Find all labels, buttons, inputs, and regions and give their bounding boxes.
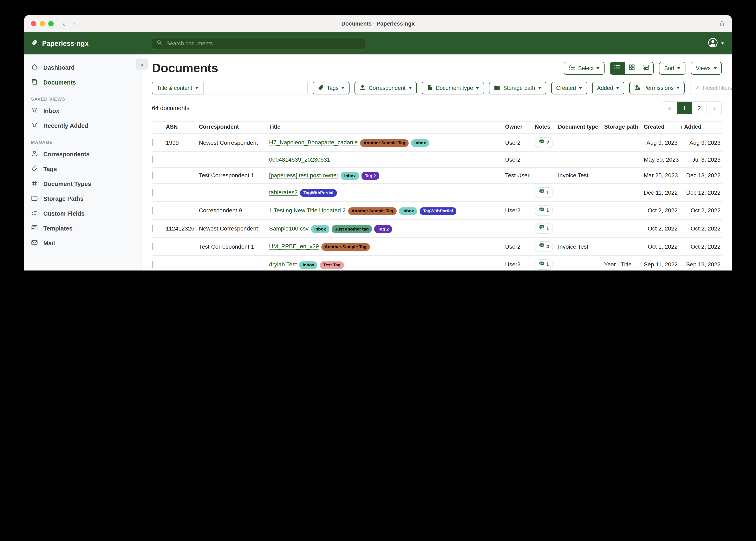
row-checkbox[interactable]: [152, 139, 153, 146]
notes-count[interactable]: 1: [535, 223, 553, 234]
tag-pill[interactable]: Inbox: [299, 261, 318, 269]
sidebar-item-dashboard[interactable]: Dashboard: [24, 60, 142, 75]
tag-pill[interactable]: Inbox: [311, 225, 329, 233]
cell-storage-path[interactable]: Year - Title: [604, 256, 644, 270]
cell-document-type[interactable]: Invoice Test: [558, 168, 604, 184]
cell-storage-path[interactable]: [604, 238, 644, 256]
reset-filters-button[interactable]: Reset filters: [690, 82, 732, 94]
cell-document-type[interactable]: [558, 134, 604, 152]
row-checkbox[interactable]: [152, 225, 153, 232]
cell-correspondent[interactable]: Test Correspondent 1: [199, 168, 269, 184]
grid-view-button[interactable]: [625, 62, 639, 74]
sidebar-item-inbox[interactable]: Inbox: [24, 104, 142, 118]
cell-storage-path[interactable]: [604, 134, 644, 152]
brand[interactable]: Paperless-ngx: [31, 39, 89, 48]
cell-correspondent[interactable]: Newest Correspondent: [199, 134, 269, 152]
cell-document-type[interactable]: Invoice Test: [558, 238, 604, 256]
document-title-link[interactable]: H7_Napoleon_Bonaparte_zadanie: [269, 139, 358, 146]
pagination-next[interactable]: »: [707, 102, 721, 114]
cell-storage-path[interactable]: [604, 168, 644, 184]
pagination-page-1[interactable]: 1: [677, 102, 692, 114]
pagination-page-2[interactable]: 2: [692, 102, 707, 114]
row-checkbox[interactable]: [152, 156, 153, 163]
cell-correspondent[interactable]: [199, 256, 269, 270]
column-header-title[interactable]: Title: [269, 121, 505, 134]
sidebar-item-mail[interactable]: Mail: [24, 236, 142, 251]
document-title-link[interactable]: 0004814539_20230531: [269, 156, 330, 163]
minimize-window-button[interactable]: [40, 21, 45, 26]
cell-document-type[interactable]: [558, 184, 604, 202]
cell-correspondent[interactable]: [199, 184, 269, 202]
close-window-button[interactable]: [31, 21, 36, 26]
cell-document-type[interactable]: [558, 202, 604, 220]
created-filter-button[interactable]: Created: [551, 82, 587, 94]
tag-pill[interactable]: Inbox: [399, 207, 417, 215]
title-content-dropdown[interactable]: Title & content: [152, 82, 203, 94]
sidebar-collapse-button[interactable]: «: [136, 59, 148, 70]
views-button[interactable]: Views: [691, 62, 722, 74]
storage-path-filter-button[interactable]: Storage path: [489, 82, 546, 94]
back-icon[interactable]: ‹: [63, 20, 65, 27]
row-checkbox[interactable]: [152, 172, 153, 179]
sidebar-item-document-types[interactable]: Document Types: [24, 177, 142, 191]
tag-pill[interactable]: Test Tag: [320, 261, 344, 269]
column-header-added[interactable]: ↑Added: [680, 121, 722, 134]
notes-count[interactable]: 1: [535, 187, 553, 198]
cell-correspondent[interactable]: Correspondent 9: [199, 202, 269, 220]
tag-pill[interactable]: Tag 2: [361, 172, 379, 180]
tag-pill[interactable]: Inbox: [341, 172, 359, 180]
tags-filter-button[interactable]: Tags: [313, 82, 350, 94]
column-header-notes[interactable]: Notes: [535, 121, 558, 134]
tag-pill[interactable]: Tag 2: [374, 225, 392, 233]
sidebar-item-tags[interactable]: Tags: [24, 162, 142, 177]
user-menu[interactable]: [708, 37, 724, 49]
sort-button[interactable]: Sort: [659, 62, 686, 74]
document-title-link[interactable]: 1 Testing New Title Updated 2: [269, 207, 346, 214]
sidebar-item-documents[interactable]: Documents: [24, 75, 142, 90]
row-checkbox[interactable]: [152, 261, 153, 268]
document-title-link[interactable]: UM_PPBE_en_v29: [269, 243, 319, 250]
column-header-owner[interactable]: Owner: [505, 121, 535, 134]
document-title-link[interactable]: Sample100.csv: [269, 225, 308, 232]
tag-pill[interactable]: Inbox: [411, 139, 429, 147]
cell-storage-path[interactable]: [604, 152, 644, 168]
cell-correspondent[interactable]: Test Correspondent 1: [199, 238, 269, 256]
sidebar-item-correspondents[interactable]: Correspondents: [24, 147, 142, 162]
row-checkbox[interactable]: [152, 189, 153, 196]
list-view-button[interactable]: [611, 62, 625, 74]
document-title-link[interactable]: [paperless] test post-owner: [269, 172, 338, 179]
tag-pill[interactable]: Just another tag: [332, 225, 372, 233]
column-header-storage-path[interactable]: Storage path: [604, 121, 644, 134]
document-title-link[interactable]: tablerates2: [269, 189, 298, 196]
document-type-filter-button[interactable]: Document type: [422, 82, 484, 94]
sidebar-item-recently-added[interactable]: Recently Added: [24, 118, 142, 133]
notes-count[interactable]: 1: [535, 205, 553, 216]
cell-document-type[interactable]: [558, 152, 604, 168]
cell-document-type[interactable]: [558, 220, 604, 238]
select-button[interactable]: Select: [564, 62, 605, 74]
cell-storage-path[interactable]: [604, 220, 644, 238]
document-title-link[interactable]: drylab Test: [269, 261, 297, 268]
search-input[interactable]: [165, 40, 361, 47]
sidebar-item-storage-paths[interactable]: Storage Paths: [24, 191, 142, 206]
title-content-input[interactable]: [203, 82, 308, 94]
cell-document-type[interactable]: [558, 256, 604, 270]
tag-pill[interactable]: Another Sample Tag: [321, 243, 370, 251]
sidebar-item-custom-fields[interactable]: Custom Fields: [24, 206, 142, 221]
notes-count[interactable]: 2: [535, 137, 553, 148]
tag-pill[interactable]: Another Sample Tag: [348, 207, 397, 215]
zoom-window-button[interactable]: [48, 21, 54, 26]
pagination-prev[interactable]: «: [662, 102, 677, 114]
tag-pill[interactable]: TagWithPartial: [300, 189, 337, 197]
notes-count[interactable]: 4: [535, 241, 553, 252]
row-checkbox[interactable]: [152, 243, 153, 250]
column-header-created[interactable]: Created: [644, 121, 680, 134]
tag-pill[interactable]: Another Sample Tag: [360, 139, 409, 147]
correspondent-filter-button[interactable]: Correspondent: [355, 82, 417, 94]
share-icon[interactable]: [719, 20, 725, 27]
column-header-correspondent[interactable]: Correspondent: [199, 121, 269, 134]
added-filter-button[interactable]: Added: [592, 82, 624, 94]
row-checkbox[interactable]: [152, 207, 153, 214]
cell-storage-path[interactable]: [604, 184, 644, 202]
stack-view-button[interactable]: [639, 62, 653, 74]
